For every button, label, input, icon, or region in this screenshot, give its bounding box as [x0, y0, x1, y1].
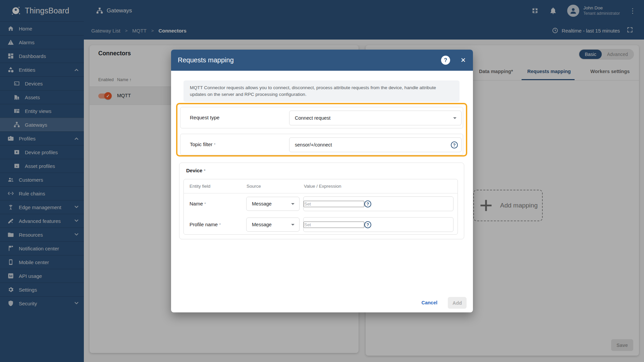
close-icon[interactable]: ✕: [459, 55, 468, 65]
device-fields-table: Entity field Source Value / Expression N…: [183, 179, 458, 235]
device-name-source-value: Message: [252, 201, 272, 206]
device-name-source-select[interactable]: Message: [246, 197, 300, 211]
column-header-source: Source: [247, 184, 261, 189]
dialog-help-icon[interactable]: ?: [441, 56, 450, 65]
request-type-value: Connect request: [295, 115, 330, 121]
dialog-title: Requests mapping: [178, 56, 234, 64]
column-header-entity-field: Entity field: [190, 184, 210, 189]
profile-name-value-wrap: ?: [303, 217, 453, 232]
required-mark: *: [204, 201, 206, 206]
device-name-value-wrap: ?: [303, 196, 453, 211]
topic-filter-input[interactable]: [295, 142, 451, 147]
dialog-description: MQTT Connector requests allows you to co…: [183, 80, 460, 102]
add-button[interactable]: Add: [448, 297, 467, 309]
profile-name-source-value: Message: [252, 222, 272, 227]
device-name-row: Name* Message ?: [184, 193, 458, 214]
profile-name-row: Profile name* Message ?: [184, 214, 458, 235]
profile-name-source-select[interactable]: Message: [246, 218, 300, 232]
dropdown-caret-icon: [291, 224, 294, 226]
profile-name-label: Profile name*: [190, 222, 221, 227]
cancel-button[interactable]: Cancel: [418, 297, 441, 308]
request-type-label: Request type: [190, 115, 219, 120]
dropdown-caret-icon: [291, 203, 294, 205]
topic-filter-input-wrap: ?: [289, 137, 462, 152]
topic-filter-label: Topic filter*: [190, 141, 216, 147]
dialog-footer: Cancel Add: [171, 294, 473, 312]
required-mark: *: [204, 168, 205, 173]
device-name-label: Name*: [190, 201, 206, 206]
profile-name-help-icon[interactable]: ?: [364, 221, 371, 228]
required-mark: *: [219, 222, 221, 227]
device-section: Device* Entity field Source Value / Expr…: [179, 163, 464, 239]
request-type-select[interactable]: Connect request: [289, 111, 462, 125]
column-header-value-expression: Value / Expression: [304, 184, 341, 189]
device-name-value-input[interactable]: [304, 201, 364, 207]
highlighted-fields-group: Request type Connect request Topic filte…: [176, 103, 467, 157]
dropdown-caret-icon: [453, 117, 457, 119]
required-mark: *: [214, 142, 216, 147]
topic-filter-help-icon[interactable]: ?: [451, 141, 458, 148]
requests-mapping-dialog: Requests mapping ? ✕ MQTT Connector requ…: [171, 50, 473, 312]
dialog-header: Requests mapping: [171, 50, 473, 71]
device-name-help-icon[interactable]: ?: [364, 200, 371, 207]
device-table-header: Entity field Source Value / Expression: [184, 179, 458, 193]
topic-filter-field: Topic filter* ?: [180, 134, 463, 155]
app-root: ThingsBoard Home Alarms Dashboards Entit…: [0, 0, 644, 362]
device-section-title: Device*: [186, 168, 205, 173]
request-type-field: Request type Connect request: [180, 107, 463, 128]
profile-name-value-input[interactable]: [304, 222, 364, 228]
